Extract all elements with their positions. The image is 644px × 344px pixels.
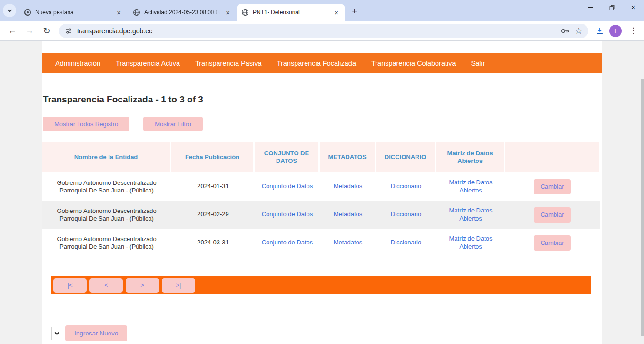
bottom-bar: Ingresar Nuevo	[51, 325, 602, 341]
conjunto-datos-link[interactable]: Conjunto de Datos	[255, 201, 320, 229]
download-icon[interactable]	[595, 26, 604, 36]
conjunto-datos-link[interactable]: Conjunto de Datos	[255, 229, 320, 257]
header-metadatos: METADATOS	[320, 142, 376, 172]
url-text: transparencia.dpe.gob.ec	[77, 27, 556, 35]
minimize-button[interactable]	[580, 0, 601, 15]
site-navbar: Administración Transparencia Activa Tran…	[42, 53, 602, 73]
action-buttons: Mostrar Todos Registro Mostrar Filtro	[43, 117, 602, 131]
matriz-datos-link[interactable]: Matriz de Datos Abiertos	[436, 201, 505, 229]
site-info-tune-icon[interactable]	[65, 27, 72, 35]
first-page-button[interactable]: |<	[53, 278, 87, 293]
last-page-button[interactable]: >|	[162, 278, 195, 293]
close-icon[interactable]: ×	[332, 9, 340, 17]
header-nombre-entidad: Nombre de la Entidad	[42, 142, 171, 172]
restore-button[interactable]	[601, 0, 623, 15]
conjunto-datos-link[interactable]: Conjunto de Datos	[255, 172, 320, 201]
browser-titlebar: Nueva pestaña × Actividad 2024-05-23 08:…	[0, 0, 644, 21]
nav-item-transparencia-activa[interactable]: Transparencia Activa	[108, 60, 188, 67]
nav-item-transparencia-pasiva[interactable]: Transparencia Pasiva	[188, 60, 269, 67]
password-key-icon[interactable]	[561, 28, 570, 34]
nav-item-transparencia-focalizada[interactable]: Transparencia Focalizada	[269, 60, 364, 67]
cambiar-button[interactable]: Cambiar	[534, 207, 571, 223]
entity-cell: Gobierno Autónomo Descentralizado Parroq…	[42, 229, 171, 257]
globe-icon	[133, 9, 140, 16]
chevron-down-icon	[7, 8, 12, 12]
matriz-datos-link[interactable]: Matriz de Datos Abiertos	[436, 229, 505, 257]
tab-title: Nueva pestaña	[35, 9, 111, 16]
data-table: Nombre de la Entidad Fecha Publicación C…	[42, 142, 600, 257]
diccionario-link[interactable]: Diccionario	[376, 201, 436, 229]
date-cell: 2024-01-31	[171, 172, 255, 201]
nav-item-salir[interactable]: Salir	[464, 60, 493, 67]
matriz-datos-link[interactable]: Matriz de Datos Abiertos	[436, 172, 505, 201]
profile-avatar[interactable]: I	[609, 25, 622, 37]
pagination-bar: |< < > >|	[51, 276, 591, 294]
record-select-dropdown[interactable]	[51, 327, 62, 340]
ingresar-nuevo-button[interactable]: Ingresar Nuevo	[65, 325, 127, 341]
cambiar-button[interactable]: Cambiar	[534, 235, 571, 251]
date-cell: 2024-03-31	[171, 229, 255, 257]
chrome-icon	[24, 9, 31, 16]
back-button[interactable]: ←	[5, 24, 20, 38]
header-conjunto-datos: CONJUNTO DE DATOS	[255, 142, 320, 172]
header-fecha-publicacion: Fecha Publicación	[171, 142, 255, 172]
new-tab-button[interactable]: +	[349, 6, 360, 17]
reload-button[interactable]: ↻	[40, 24, 54, 38]
diccionario-link[interactable]: Diccionario	[376, 172, 436, 201]
tab-search-button[interactable]	[3, 4, 16, 17]
page-background: Administración Transparencia Activa Tran…	[0, 41, 644, 344]
close-icon[interactable]: ×	[224, 9, 232, 17]
tab-pnt1-defensorial[interactable]: PNT1- Defensorial ×	[237, 4, 345, 21]
cambiar-button[interactable]: Cambiar	[534, 179, 571, 194]
tab-nueva-pestana[interactable]: Nueva pestaña ×	[19, 4, 128, 21]
bookmark-star-icon[interactable]: ☆	[575, 26, 583, 36]
address-bar[interactable]: transparencia.dpe.gob.ec ☆	[59, 24, 588, 38]
tab-title: PNT1- Defensorial	[253, 9, 328, 16]
tab-title: Actividad 2024-05-23 08:00:00	[144, 9, 220, 16]
scrollbar-thumb[interactable]	[641, 79, 644, 336]
chevron-down-icon	[55, 330, 59, 335]
table-row: Gobierno Autónomo Descentralizado Parroq…	[42, 172, 600, 201]
close-window-button[interactable]: ×	[623, 0, 644, 15]
metadatos-link[interactable]: Metadatos	[320, 201, 376, 229]
tab-actividad[interactable]: Actividad 2024-05-23 08:00:00 ×	[128, 4, 237, 21]
nav-item-administracion[interactable]: Administración	[48, 60, 108, 67]
entity-cell: Gobierno Autónomo Descentralizado Parroq…	[42, 172, 171, 201]
date-cell: 2024-02-29	[171, 201, 255, 229]
mostrar-filtro-button[interactable]: Mostrar Filtro	[143, 117, 203, 131]
nav-item-transparencia-colaborativa[interactable]: Transparencia Colaborativa	[364, 60, 464, 67]
globe-icon	[241, 9, 249, 16]
page-content: Administración Transparencia Activa Tran…	[42, 41, 602, 344]
forward-button[interactable]: →	[22, 24, 37, 38]
window-controls: ×	[580, 0, 644, 15]
close-icon[interactable]: ×	[115, 9, 123, 17]
scrollbar-track[interactable]	[641, 41, 644, 344]
next-page-button[interactable]: >	[126, 278, 159, 293]
browser-toolbar: ← → ↻ transparencia.dpe.gob.ec ☆ I ⋮	[0, 21, 644, 41]
page-title: Transparencia Focalizada - 1 to 3 of 3	[43, 94, 602, 105]
previous-page-button[interactable]: <	[89, 278, 123, 293]
menu-dots-icon[interactable]: ⋮	[626, 26, 640, 36]
metadatos-link[interactable]: Metadatos	[320, 172, 376, 201]
table-header-row: Nombre de la Entidad Fecha Publicación C…	[42, 142, 600, 172]
mostrar-todos-registro-button[interactable]: Mostrar Todos Registro	[43, 117, 129, 131]
metadatos-link[interactable]: Metadatos	[320, 229, 376, 257]
header-matriz-datos: Matriz de Datos Abiertos	[436, 142, 505, 172]
header-actions	[505, 142, 599, 172]
header-diccionario: DICCIONARIO	[376, 142, 436, 172]
table-row: Gobierno Autónomo Descentralizado Parroq…	[42, 229, 600, 257]
table-row: Gobierno Autónomo Descentralizado Parroq…	[42, 201, 600, 229]
entity-cell: Gobierno Autónomo Descentralizado Parroq…	[42, 201, 171, 229]
diccionario-link[interactable]: Diccionario	[376, 229, 436, 257]
